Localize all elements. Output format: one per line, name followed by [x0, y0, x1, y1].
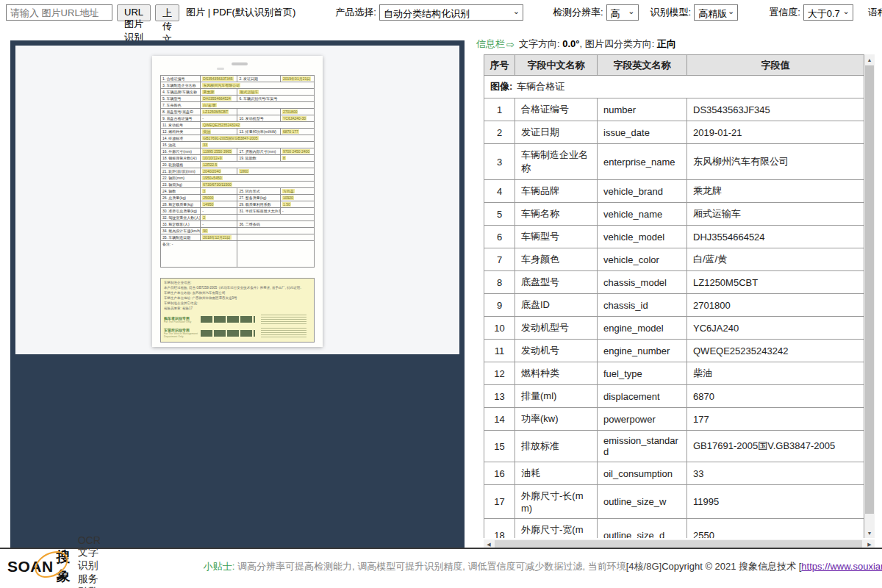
cell-en: issue_date	[598, 121, 687, 144]
stamp-text-stripes	[261, 328, 306, 338]
certificate-row: 22. 轴距(mm)1950+5450	[161, 175, 315, 182]
stamp-bar-icon	[201, 316, 255, 323]
cell-no: 17	[484, 485, 515, 519]
resolution-select[interactable]: 高 ⌄	[606, 4, 639, 21]
url-recognize-button[interactable]: URL图片识别	[117, 4, 151, 21]
model-select-label: 识别模型:	[650, 6, 692, 19]
product-select[interactable]: 自动分类结构化识别 ⌄	[379, 4, 523, 21]
table-row: 10发动机型号engine_modelYC6JA240	[484, 317, 864, 340]
result-panel: 信息栏 ⇨ 文字方向: 0.0°, 图片四分类方向: 正向 序号 字段中文名称 …	[476, 35, 876, 550]
cell-cn: 底盘型号	[515, 271, 598, 294]
cell-en: engine_number	[598, 340, 687, 362]
engine-subtitle: OCR文字识别服务引擎	[78, 534, 101, 588]
cell-en: outline_size_d	[598, 519, 687, 539]
cell-en: outline_size_w	[598, 485, 687, 519]
upload-file-button[interactable]: 上传文件识别	[155, 4, 179, 21]
website-link[interactable]: https://www.souxiangxm.com	[801, 561, 882, 572]
vertical-scroll-thumb[interactable]	[865, 65, 874, 514]
cell-cn: 排量(ml)	[515, 385, 598, 408]
table-row: 11发动机号engine_numberQWEQE25235243242	[484, 340, 864, 362]
vertical-scrollbar[interactable]: ▲ ▼	[864, 54, 875, 538]
certificate-table: 1. 合格证编号DS3543563JF3452. 发证日期2019年01月21日…	[160, 75, 315, 268]
cell-val: 2019-01-21	[687, 121, 864, 144]
cell-cn: 燃料种类	[515, 362, 598, 385]
certificate-footer-line: 车辆生产单位地址: 广西柳州市柳南区潭西大道9号	[164, 296, 311, 301]
cell-cn: 车辆型号	[515, 226, 598, 248]
classify-direction-value: 正向	[657, 38, 676, 49]
certificate-row: 21. 轮距(前/后)(mm)2040/20401860	[161, 168, 315, 175]
certificate-row: 26. 总质量(kg)2500027. 整备质量(kg)10920	[161, 195, 315, 201]
cell-cn: 排放标准	[515, 431, 598, 462]
tip-text: 小贴士: 调高分辨率可提高检测能力, 调高模型可提升识别精度, 调低置信度可减少…	[204, 560, 662, 573]
chevron-down-icon: ⌄	[628, 7, 634, 16]
product-select-value: 自动分类结构化识别	[384, 8, 470, 19]
cell-cn: 外廓尺寸-长(mm)	[515, 485, 598, 519]
orientation-info: 文字方向: 0.0°, 图片四分类方向: 正向	[519, 37, 676, 51]
cell-cn: 外廓尺寸-宽(mm)	[515, 519, 598, 539]
cell-en: number	[598, 98, 687, 121]
scroll-down-icon[interactable]: ▼	[864, 528, 875, 538]
info-bar-title[interactable]: 信息栏	[476, 37, 505, 51]
result-table-wrap: 序号 字段中文名称 字段英文名称 字段值 图像:车辆合格证 1合格证编号numb…	[484, 54, 864, 538]
cell-en: displacement	[598, 385, 687, 408]
table-row: 14功率(kw)powerpower177	[484, 408, 864, 431]
table-row: 15排放标准emission_standardGB17691-2005国V.GB…	[484, 431, 864, 462]
result-table: 序号 字段中文名称 字段英文名称 字段值 图像:车辆合格证 1合格证编号numb…	[484, 54, 864, 538]
cell-val: 东风柳州汽车有限公司	[687, 144, 864, 180]
cell-cn: 功率(kw)	[515, 408, 598, 431]
cell-en: oil_consumption	[598, 462, 687, 485]
cell-cn: 车身颜色	[515, 248, 598, 271]
cell-en: emission_standard	[598, 431, 687, 462]
cell-en: vehicle_brand	[598, 180, 687, 203]
certificate-row: 12. 燃料种类柴油13. 排量和功率(ml/kW)6870 177	[161, 129, 315, 135]
url-input[interactable]	[6, 4, 112, 21]
cell-no: 8	[484, 271, 515, 294]
table-row: 9底盘IDchassis_id2701800	[484, 294, 864, 317]
cell-cn: 发动机号	[515, 340, 598, 362]
certificate-row: 4. 车辆品牌/车辆名称乘龙牌厢式运输车	[161, 89, 315, 96]
table-row: 17外廓尺寸-长(mm)outline_size_w11995	[484, 485, 864, 519]
cell-no: 9	[484, 294, 515, 317]
confidence-select-label: 置信度:	[769, 6, 800, 19]
certificate-title-blur	[232, 62, 248, 65]
cell-val: 11995	[687, 485, 864, 519]
cell-no: 14	[484, 408, 515, 431]
scroll-up-icon[interactable]: ▲	[864, 54, 875, 65]
table-row: 2发证日期issue_date2019-01-21	[484, 121, 864, 144]
certificate-row: 16. 外廓尺寸(mm)11995 2550 396517. 货厢内部尺寸(mm…	[161, 148, 315, 155]
cell-no: 11	[484, 340, 515, 362]
cell-en: chassis_id	[598, 294, 687, 317]
chevron-down-icon: ⌄	[843, 7, 850, 16]
certificate-row: 14. 排放标准GB17691-2005国V,GB3847-2005	[161, 135, 315, 142]
certificate-row: 5. 车辆型号DHJ35546645246. 车辆识别代号/车架号	[161, 96, 315, 102]
cell-en: fuel_type	[598, 362, 687, 385]
confidence-select[interactable]: 大于0.7 ⌄	[803, 4, 853, 21]
cell-no: 1	[484, 98, 515, 121]
certificate-stamp: 购车者识别专用For The Purchaser Only	[164, 315, 311, 325]
certificate-row: 9. 底盘合格证编号-10. 发动机型号YC6JA240-30	[161, 115, 315, 122]
cell-cn: 发动机型号	[515, 317, 598, 340]
cell-no: 13	[484, 385, 515, 408]
certificate-footer-line: 车辆生产单位名称: 东风柳州汽车有限公司	[164, 291, 311, 296]
result-table-body: 1合格证编号numberDS3543563JF3452发证日期issue_dat…	[484, 98, 864, 539]
collapse-arrow-icon[interactable]: ⇨	[506, 39, 514, 50]
certificate-stamp: 车管所识别专用For The Vehicle Management Depart…	[164, 328, 311, 338]
logo-text-cn: 搜象	[57, 548, 71, 586]
cell-val: 6870	[687, 385, 864, 408]
cell-cn: 发证日期	[515, 121, 598, 144]
logo-text-en: SOAN	[7, 558, 54, 576]
certificate-row: 备注: -	[161, 241, 315, 268]
info-bar: 信息栏 ⇨ 文字方向: 0.0°, 图片四分类方向: 正向	[476, 35, 876, 53]
language-select-label: 语种:	[868, 6, 882, 19]
cell-val: YC6JA240	[687, 317, 864, 340]
model-select[interactable]: 高精版 ⌄	[694, 4, 738, 21]
certificate-footer-line: 车辆制造企业其它信息:	[164, 301, 311, 306]
certificate-stamps: 购车者识别专用For The Purchaser Only车管所识别专用For …	[164, 315, 311, 338]
table-row: 6车辆型号vehicle_modelDHJ3554664524	[484, 226, 864, 248]
certificate-footer-lines: 车辆制造企业信息:本产品经过检验, 符合 GB7258-2005《机动车运行安全…	[164, 281, 311, 312]
text-direction-value: 0.0°	[562, 38, 579, 49]
certificate-row: 24. 轴数325. 转向形式方向盘	[161, 188, 315, 195]
cell-en: engine_model	[598, 317, 687, 340]
cell-en: vehicle_name	[598, 203, 687, 226]
cell-en: vehicle_model	[598, 226, 687, 248]
